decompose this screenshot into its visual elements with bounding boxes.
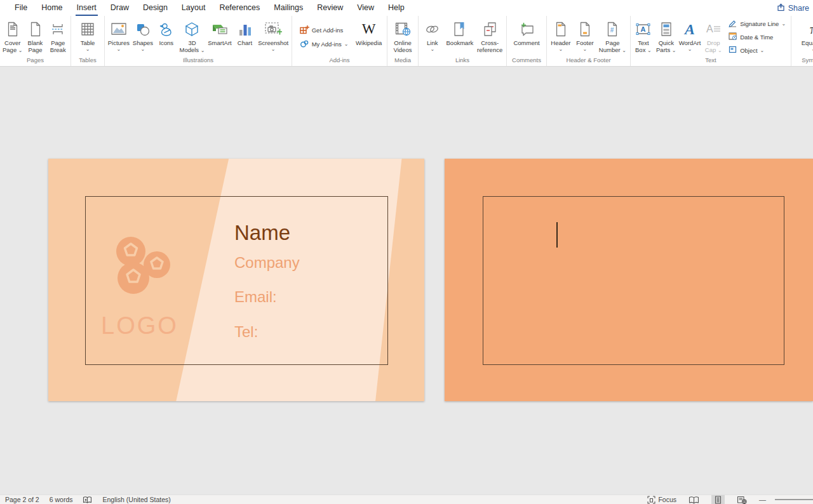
- share-button[interactable]: Share: [777, 0, 809, 16]
- chevron-down-icon: ⌄: [344, 41, 349, 47]
- tab-layout[interactable]: Layout: [180, 0, 207, 16]
- chart-icon: [238, 19, 252, 39]
- read-mode-button[interactable]: [685, 495, 702, 504]
- ribbon: Cover Page ⌄ Blank Page Page Break Pages…: [0, 16, 813, 67]
- blank-page-button[interactable]: Blank Page: [25, 17, 46, 56]
- group-label-pages: Pages: [0, 56, 71, 66]
- name-field[interactable]: Name: [234, 221, 290, 245]
- logo-placeholder-text[interactable]: LOGO: [101, 312, 178, 340]
- bookmark-icon: [453, 19, 466, 39]
- zoom-out-button[interactable]: —: [759, 496, 766, 503]
- tab-references[interactable]: References: [218, 0, 261, 16]
- tab-design[interactable]: Design: [142, 0, 169, 16]
- cover-page-button[interactable]: Cover Page ⌄: [3, 17, 23, 56]
- equation-button[interactable]: π Equation ⌄: [802, 17, 813, 56]
- status-bar: Page 2 of 2 6 words English (United Stat…: [0, 494, 813, 504]
- group-label-symbols: Symbols: [791, 56, 813, 66]
- text-box-button[interactable]: A Text Box ⌄: [633, 17, 654, 56]
- word-count[interactable]: 6 words: [50, 496, 73, 503]
- chevron-down-icon: ⌄: [430, 46, 434, 52]
- tab-view[interactable]: View: [356, 0, 375, 16]
- wordart-icon: A: [685, 21, 695, 38]
- cross-reference-button[interactable]: Cross- reference: [477, 17, 502, 56]
- date-time-icon: [729, 32, 737, 42]
- 3d-models-button[interactable]: 3D Models ⌄: [180, 17, 205, 56]
- group-label-addins: Add-ins: [292, 56, 387, 66]
- ribbon-group-media: Online Videos Media: [387, 16, 419, 66]
- page-break-icon: [51, 19, 65, 39]
- smartart-button[interactable]: SmartArt: [208, 17, 231, 56]
- tab-help[interactable]: Help: [387, 0, 406, 16]
- ribbon-group-symbols: π Equation ⌄ Symbols: [791, 16, 813, 66]
- pictures-icon: [111, 19, 127, 39]
- chevron-down-icon: ⌄: [271, 46, 276, 52]
- online-videos-button[interactable]: Online Videos: [393, 17, 413, 56]
- object-button[interactable]: Object ⌄: [729, 45, 786, 55]
- wikipedia-button[interactable]: W Wikipedia: [356, 17, 382, 56]
- tab-insert[interactable]: Insert: [76, 0, 98, 16]
- chevron-down-icon: ⌄: [86, 46, 90, 52]
- drop-cap-icon: A: [706, 19, 721, 39]
- web-layout-button[interactable]: [734, 495, 750, 504]
- bookmark-button[interactable]: Bookmark: [447, 17, 474, 56]
- chevron-down-icon: ⌄: [559, 46, 563, 52]
- date-time-button[interactable]: Date & Time: [729, 32, 786, 42]
- my-add-ins-button[interactable]: My Add-ins ⌄: [300, 39, 349, 50]
- shapes-button[interactable]: Shapes ⌄: [133, 17, 153, 56]
- get-add-ins-icon: [300, 25, 309, 36]
- tab-home[interactable]: Home: [40, 0, 64, 16]
- wordart-button[interactable]: A WordArt ⌄: [679, 17, 701, 56]
- page-number-button[interactable]: # Page Number ⌄: [599, 17, 626, 56]
- screenshot-button[interactable]: Screenshot ⌄: [258, 17, 288, 56]
- signature-line-icon: [729, 18, 737, 29]
- signature-line-button[interactable]: Signature Line ⌄: [729, 18, 786, 29]
- tab-mailings[interactable]: Mailings: [272, 0, 304, 16]
- share-icon: [777, 3, 785, 13]
- footer-icon: [579, 19, 591, 39]
- footer-button[interactable]: Footer ⌄: [575, 17, 595, 56]
- quick-parts-icon: [660, 19, 673, 39]
- tel-field[interactable]: Tel:: [234, 323, 258, 341]
- cover-page-icon: [6, 19, 19, 39]
- web-layout-icon: [737, 496, 747, 504]
- print-layout-button[interactable]: [711, 495, 725, 504]
- card-inner-border: [483, 196, 784, 365]
- pictures-button[interactable]: Pictures ⌄: [108, 17, 130, 56]
- ribbon-group-text: A Text Box ⌄ Quick Parts ⌄ A WordArt ⌄ A…: [631, 16, 791, 66]
- proofing-errors-icon[interactable]: [83, 496, 92, 504]
- chart-button[interactable]: Chart: [234, 17, 255, 56]
- tab-draw[interactable]: Draw: [109, 0, 130, 16]
- chevron-down-icon: ⌄: [647, 48, 652, 53]
- link-button[interactable]: Link ⌄: [422, 17, 443, 56]
- language-indicator[interactable]: English (United States): [102, 496, 170, 503]
- group-label-header-footer: Header & Footer: [547, 56, 630, 66]
- drop-cap-button: A Drop Cap ⌄: [703, 17, 723, 56]
- chevron-down-icon: ⌄: [718, 48, 722, 53]
- chevron-down-icon: ⌄: [760, 48, 765, 53]
- get-add-ins-button[interactable]: Get Add-ins: [300, 25, 349, 36]
- company-field[interactable]: Company: [234, 254, 300, 272]
- equation-icon: π: [810, 22, 813, 37]
- page-indicator[interactable]: Page 2 of 2: [5, 496, 39, 503]
- ribbon-group-tables: Table ⌄ Tables: [71, 16, 105, 66]
- 3d-models-icon: [184, 19, 199, 39]
- page-1-business-card[interactable]: LOGO Name Company Email: Tel:: [48, 159, 424, 401]
- document-canvas[interactable]: LOGO Name Company Email: Tel:: [0, 67, 813, 494]
- zoom-slider[interactable]: [775, 499, 813, 500]
- email-field[interactable]: Email:: [234, 288, 277, 306]
- icons-button[interactable]: Icons: [156, 17, 177, 56]
- link-icon: [424, 19, 440, 39]
- page-break-button[interactable]: Page Break: [48, 17, 68, 56]
- ribbon-group-header-footer: Header ⌄ Footer ⌄ # Page Number ⌄ Header…: [547, 16, 631, 66]
- quick-parts-button[interactable]: Quick Parts ⌄: [656, 17, 676, 56]
- tab-review[interactable]: Review: [316, 0, 344, 16]
- comment-button[interactable]: Comment: [513, 17, 539, 56]
- ribbon-group-comments: Comment Comments: [507, 16, 547, 66]
- focus-button[interactable]: Focus: [647, 496, 676, 504]
- read-mode-icon: [689, 496, 699, 504]
- header-button[interactable]: Header ⌄: [551, 17, 571, 56]
- table-button[interactable]: Table ⌄: [77, 17, 98, 56]
- tab-file[interactable]: File: [13, 0, 29, 16]
- page-2-business-card[interactable]: [445, 159, 813, 401]
- group-label-media: Media: [387, 56, 418, 66]
